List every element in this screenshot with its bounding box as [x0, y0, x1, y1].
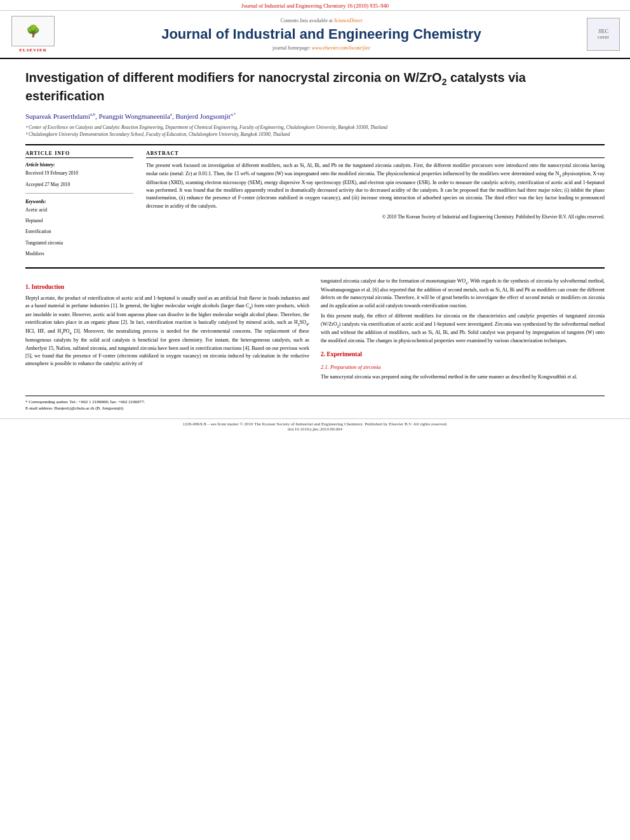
history-label: Article history:	[25, 162, 133, 168]
intro-paragraph-2: In this present study, the effect of dif…	[321, 312, 605, 345]
homepage-url[interactable]: www.elsevier.com/locate/jiec	[312, 45, 370, 51]
author2: Peangpit Wongmaneenilaa	[99, 112, 172, 120]
experimental-paragraph-1: The nanocrystal zirconia was prepared us…	[321, 373, 605, 381]
journal-homepage: journal homepage: www.elsevier.com/locat…	[65, 45, 578, 51]
journal-thumbnail-icon: JIECcover	[598, 29, 609, 40]
keywords-label: Keywords:	[25, 199, 133, 204]
footer-issn: 1226-086X/$ – see front matter © 2010 Th…	[25, 422, 605, 427]
footer-doi: doi:10.1016/j.jiec.2010.09.004	[25, 427, 605, 432]
received-date: Received 19 February 2010	[25, 170, 133, 177]
email-line: E-mail address: Bunjerd.j@chula.ac.th (B…	[25, 405, 605, 412]
email-label: E-mail address:	[25, 406, 53, 411]
accepted-date: Accepted 27 May 2010	[25, 181, 133, 188]
article-info-header: ARTICLE INFO	[25, 150, 133, 158]
subsection-2-1-title: 2.1. Preparation of zirconia	[321, 363, 605, 371]
intro-paragraph-1: Heptyl acetate, the product of esterific…	[25, 295, 309, 368]
abstract-header: ABSTRACT	[146, 150, 605, 158]
keyword-acetic-acid: Acetic acid	[25, 206, 133, 213]
body-two-col: 1. Introduction Heptyl acetate, the prod…	[25, 277, 605, 383]
elsevier-tree-icon: 🌳	[26, 24, 40, 38]
copyright-text: © 2010 The Korean Society of Industrial …	[146, 214, 605, 221]
body-col-left: 1. Introduction Heptyl acetate, the prod…	[25, 277, 309, 383]
author1: Supareak Praserthdamia,b	[25, 112, 95, 120]
keyword-modifiers: Modifiers	[25, 250, 133, 257]
paper-title: Investigation of different modifiers for…	[25, 69, 605, 104]
journal-top-bar: Journal of Industrial and Engineering Ch…	[0, 0, 630, 11]
authors-line: Supareak Praserthdamia,b, Peangpit Wongm…	[25, 112, 605, 120]
homepage-label: journal homepage:	[272, 45, 312, 51]
info-abstract-section: ARTICLE INFO Article history: Received 1…	[25, 150, 605, 261]
journal-right-box: JIECcover	[587, 18, 620, 51]
keyword-esterification: Esterification	[25, 228, 133, 235]
paper-title-text: Investigation of different modifiers for…	[25, 70, 526, 103]
header-section: 🌳 ELSEVIER Contents lists available at S…	[0, 11, 630, 59]
affiliations: ᵃ Center of Excellence on Catalysis and …	[25, 124, 605, 138]
section-2-number: 2.	[321, 351, 327, 357]
article-info: ARTICLE INFO Article history: Received 1…	[25, 150, 133, 261]
body-col-right: tungstated zirconia catalyst due to the …	[321, 277, 605, 383]
section-experimental-title: 2. Experimental	[321, 350, 605, 359]
section-1-label: Introduction	[32, 284, 65, 290]
footer-bottom: 1226-086X/$ – see front matter © 2010 Th…	[0, 418, 630, 434]
section-2-label: Experimental	[327, 351, 362, 357]
journal-citation: Journal of Industrial and Engineering Ch…	[241, 3, 389, 9]
email-value: Bunjerd.j@chula.ac.th (B. Jongsomjit).	[55, 406, 124, 411]
abstract-section: ABSTRACT The present work focused on inv…	[146, 150, 605, 261]
paper-content: Investigation of different modifiers for…	[0, 59, 630, 390]
contents-available: Contents lists available at ScienceDirec…	[65, 18, 578, 23]
word-three: three	[526, 187, 537, 193]
author3: Bunjerd Jongsomjita,*	[175, 112, 236, 120]
subsection-2-1-number: 2.1.	[321, 364, 330, 370]
section-introduction-title: 1. Introduction	[25, 283, 309, 292]
section-1-number: 1.	[25, 284, 32, 290]
abstract-text: The present work focused on investigatio…	[146, 162, 605, 210]
affiliation-a: ᵃ Center of Excellence on Catalysis and …	[25, 124, 605, 131]
sciencedirect-link[interactable]: ScienceDirect	[334, 18, 363, 23]
corresponding-note: * Corresponding author. Tel.: +662 1 218…	[25, 399, 605, 406]
keyword-heptanol: Heptanol	[25, 217, 133, 224]
keyword-tungstated-zirconia: Tungstated zirconia	[25, 239, 133, 246]
journal-title-center: Contents lists available at ScienceDirec…	[65, 18, 578, 51]
subsection-2-1-label: Preparation of zirconia	[330, 364, 381, 370]
elsevier-logo-box: 🌳	[11, 16, 55, 46]
journal-main-title: Journal of Industrial and Engineering Ch…	[65, 26, 578, 43]
divider-info	[25, 193, 133, 194]
footer-notes: * Corresponding author. Tel.: +662 1 218…	[0, 399, 630, 412]
elsevier-logo: 🌳 ELSEVIER	[8, 16, 58, 53]
divider-thick	[25, 144, 605, 145]
intro-paragraph-1-continued: tungstated zirconia catalyst due to the …	[321, 277, 605, 310]
journal-right-logo: JIECcover	[584, 18, 622, 51]
elsevier-label: ELSEVIER	[19, 48, 46, 53]
affiliation-b: ᵇ Chulalongkorn University Demonstration…	[25, 131, 605, 138]
divider-body	[25, 267, 605, 269]
footer-divider	[25, 396, 605, 396]
